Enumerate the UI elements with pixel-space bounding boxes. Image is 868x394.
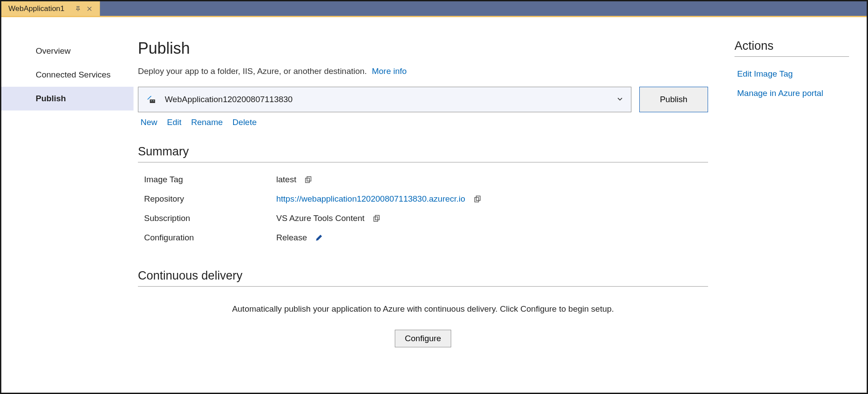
copy-icon[interactable] xyxy=(304,176,312,184)
svg-rect-7 xyxy=(374,217,378,221)
copy-icon[interactable] xyxy=(473,195,481,203)
svg-rect-5 xyxy=(475,198,479,202)
main-panel: Publish Deploy your app to a folder, IIS… xyxy=(134,17,867,393)
repository-link[interactable]: https://webapplication120200807113830.az… xyxy=(276,194,465,204)
cd-heading: Continuous delivery xyxy=(138,269,708,287)
summary-value-image-tag: latest xyxy=(276,175,708,184)
configuration-value: Release xyxy=(276,233,307,243)
page-subtitle: Deploy your app to a folder, IIS, Azure,… xyxy=(138,66,708,76)
sidebar-item-label: Connected Services xyxy=(36,70,111,79)
svg-rect-4 xyxy=(307,177,311,181)
sidebar-item-overview[interactable]: Overview xyxy=(1,39,134,63)
sidebar-item-label: Overview xyxy=(36,46,70,55)
main-left: Publish Deploy your app to a folder, IIS… xyxy=(138,39,708,379)
actions-panel: Actions Edit Image Tag Manage in Azure p… xyxy=(734,39,849,379)
profile-row: WebApplication120200807113830 Publish xyxy=(138,87,708,112)
profile-dropdown[interactable]: WebApplication120200807113830 xyxy=(138,87,631,112)
actions-heading: Actions xyxy=(734,39,849,57)
svg-rect-0 xyxy=(150,99,155,103)
svg-rect-8 xyxy=(375,215,379,220)
actions-list: Edit Image Tag Manage in Azure portal xyxy=(734,69,849,98)
cd-button-row: Configure xyxy=(138,330,708,347)
content-area: Overview Connected Services Publish Publ… xyxy=(1,17,867,393)
container-registry-icon xyxy=(146,95,157,104)
svg-rect-6 xyxy=(476,196,480,200)
svg-rect-3 xyxy=(306,178,310,183)
publish-button[interactable]: Publish xyxy=(639,87,708,112)
rename-profile-link[interactable]: Rename xyxy=(191,118,223,127)
image-tag-value: latest xyxy=(276,175,296,184)
sidebar-item-connected-services[interactable]: Connected Services xyxy=(1,63,134,87)
sidebar: Overview Connected Services Publish xyxy=(1,17,134,393)
summary-grid: Image Tag latest Repository https://weba… xyxy=(138,175,708,243)
summary-value-subscription: VS Azure Tools Content xyxy=(276,214,708,223)
summary-label-image-tag: Image Tag xyxy=(144,175,276,184)
close-icon[interactable] xyxy=(86,6,93,12)
svg-rect-2 xyxy=(153,100,154,101)
configure-button[interactable]: Configure xyxy=(395,330,451,347)
profile-name: WebApplication120200807113830 xyxy=(165,95,293,104)
vs-publish-window: WebApplication1 Overview Connected Servi… xyxy=(0,0,868,394)
copy-icon[interactable] xyxy=(372,214,380,222)
action-manage-azure-portal[interactable]: Manage in Azure portal xyxy=(737,88,849,98)
new-profile-link[interactable]: New xyxy=(141,118,157,127)
svg-rect-1 xyxy=(151,100,152,101)
pin-icon[interactable] xyxy=(75,6,81,12)
cd-description: Automatically publish your application t… xyxy=(138,304,708,314)
profile-links: New Edit Rename Delete xyxy=(141,118,708,127)
page-title: Publish xyxy=(138,39,708,58)
summary-value-repository: https://webapplication120200807113830.az… xyxy=(276,194,708,204)
more-info-link[interactable]: More info xyxy=(372,66,407,76)
titlebar: WebApplication1 xyxy=(1,1,867,17)
delete-profile-link[interactable]: Delete xyxy=(233,118,257,127)
document-tab-title: WebApplication1 xyxy=(8,4,64,13)
summary-heading: Summary xyxy=(138,145,708,162)
edit-profile-link[interactable]: Edit xyxy=(167,118,182,127)
action-edit-image-tag[interactable]: Edit Image Tag xyxy=(737,69,849,79)
sidebar-item-publish[interactable]: Publish xyxy=(1,87,134,110)
summary-value-configuration: Release xyxy=(276,233,708,243)
subtitle-text: Deploy your app to a folder, IIS, Azure,… xyxy=(138,66,367,76)
chevron-down-icon xyxy=(617,95,623,104)
sidebar-item-label: Publish xyxy=(36,94,66,103)
pencil-icon[interactable] xyxy=(315,234,323,242)
subscription-value: VS Azure Tools Content xyxy=(276,214,364,223)
summary-label-repository: Repository xyxy=(144,194,276,204)
document-tab[interactable]: WebApplication1 xyxy=(1,1,100,16)
summary-label-subscription: Subscription xyxy=(144,214,276,223)
summary-label-configuration: Configuration xyxy=(144,233,276,243)
